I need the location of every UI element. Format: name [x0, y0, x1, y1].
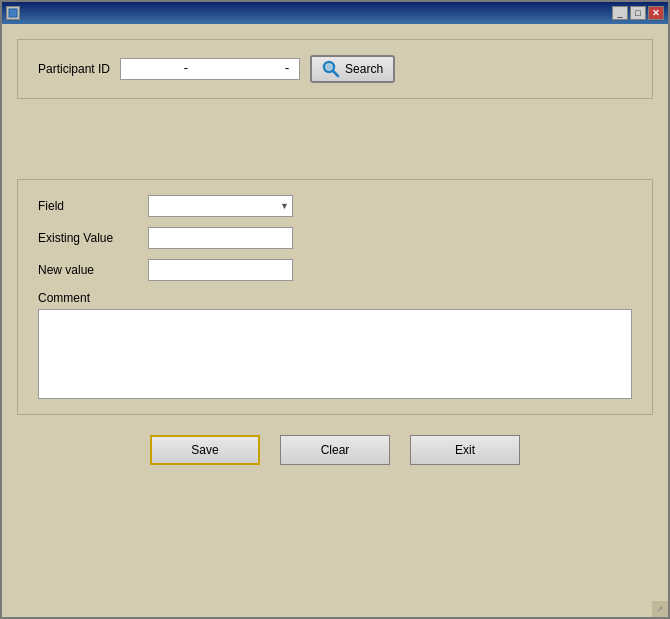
- svg-rect-0: [9, 9, 17, 17]
- main-window: _ □ ✕ Participant ID Search: [0, 0, 670, 619]
- comment-textarea[interactable]: [38, 309, 632, 399]
- participant-id-input[interactable]: [120, 58, 300, 80]
- new-value-label: New value: [38, 263, 138, 277]
- app-icon: [6, 6, 20, 20]
- minimize-button[interactable]: _: [612, 6, 628, 20]
- field-select[interactable]: Option 1 Option 2: [148, 195, 293, 217]
- maximize-button[interactable]: □: [630, 6, 646, 20]
- existing-value-label: Existing Value: [38, 231, 138, 245]
- new-value-row: New value: [38, 259, 632, 281]
- field-select-wrapper: Option 1 Option 2: [148, 195, 293, 217]
- save-button[interactable]: Save: [150, 435, 260, 465]
- form-panel: Field Option 1 Option 2 Existing Value N…: [17, 179, 653, 415]
- button-row: Save Clear Exit: [17, 435, 653, 465]
- comment-label: Comment: [38, 291, 632, 305]
- close-button[interactable]: ✕: [648, 6, 664, 20]
- title-bar-left: [6, 6, 20, 20]
- search-icon: [322, 60, 340, 78]
- search-button[interactable]: Search: [310, 55, 395, 83]
- svg-point-3: [326, 64, 332, 70]
- search-panel: Participant ID Search: [17, 39, 653, 99]
- title-bar: _ □ ✕: [2, 2, 668, 24]
- search-button-label: Search: [345, 62, 383, 76]
- spacer-area: [17, 109, 653, 169]
- field-label: Field: [38, 199, 138, 213]
- existing-value-row: Existing Value: [38, 227, 632, 249]
- exit-button[interactable]: Exit: [410, 435, 520, 465]
- content-area: Participant ID Search Field: [2, 24, 668, 480]
- window-controls: _ □ ✕: [612, 6, 664, 20]
- svg-line-2: [333, 71, 338, 76]
- existing-value-input[interactable]: [148, 227, 293, 249]
- field-row: Field Option 1 Option 2: [38, 195, 632, 217]
- new-value-input[interactable]: [148, 259, 293, 281]
- participant-id-label: Participant ID: [38, 62, 110, 76]
- resize-corner: ↗: [652, 601, 668, 617]
- comment-row: Comment: [38, 291, 632, 399]
- clear-button[interactable]: Clear: [280, 435, 390, 465]
